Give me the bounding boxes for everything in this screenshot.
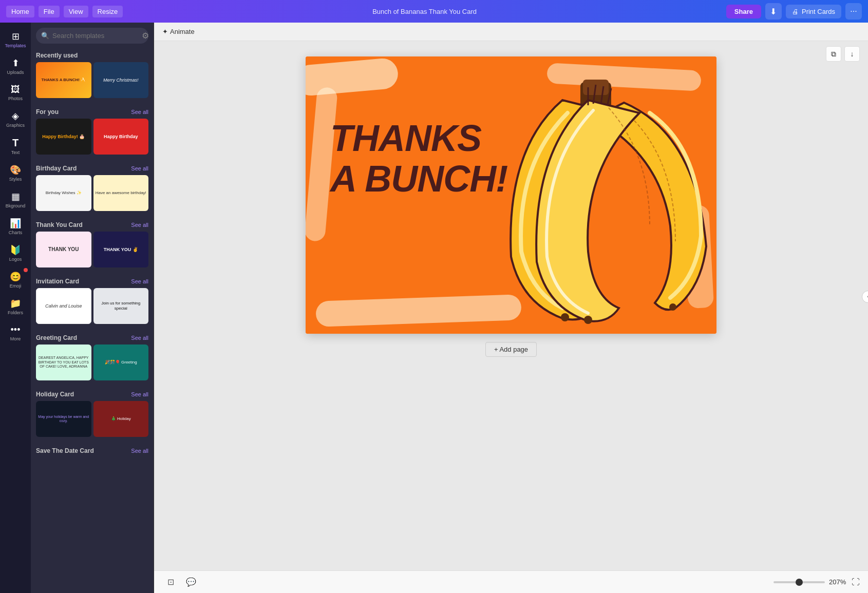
sidebar-item-label: Folders: [8, 310, 23, 315]
main-layout: ⊞ Templates ⬆ Uploads 🖼 Photos ◈ Graphic…: [0, 23, 868, 593]
filter-icon[interactable]: ⚙: [142, 31, 149, 41]
charts-icon: 📊: [10, 218, 21, 229]
sidebar-item-logos[interactable]: 🔰 Logos: [2, 240, 29, 266]
add-page-button[interactable]: + Add page: [485, 342, 537, 357]
sidebar-item-label: Styles: [9, 177, 22, 182]
styles-icon: 🎨: [10, 164, 21, 176]
template-item[interactable]: 🎄 Holiday: [93, 401, 149, 437]
background-icon: ▦: [11, 191, 20, 202]
footer-toolbar: ⊡ 💬 207% ⛶: [154, 570, 868, 593]
template-item[interactable]: THANK YOU: [36, 232, 91, 267]
template-item[interactable]: THANKS A BUNCH! 🍌: [36, 62, 91, 98]
folders-icon: 📁: [10, 298, 21, 309]
sidebar-item-templates[interactable]: ⊞ Templates: [2, 27, 29, 52]
for-you-section-header: For you See all: [31, 103, 154, 119]
view-button[interactable]: View: [64, 6, 88, 17]
sidebar-item-label: Text: [11, 150, 20, 155]
template-item[interactable]: Join us for something special: [93, 288, 149, 324]
copy-canvas-button[interactable]: ⧉: [826, 46, 841, 62]
zoom-controls: 207% ⛶: [773, 578, 860, 587]
template-item[interactable]: DEAREST ANGELICA, HAPPY BIRTHDAY TO YOU …: [36, 345, 91, 380]
nav-right-actions: Share ⬇ 🖨 Print Cards ···: [726, 3, 862, 20]
search-icon: 🔍: [41, 32, 49, 40]
invitation-card-title: Invitation Card: [36, 278, 79, 285]
sidebar-item-graphics[interactable]: ◈ Graphics: [2, 106, 29, 132]
download-canvas-button[interactable]: ↓: [844, 46, 860, 62]
greeting-card-grid: DEAREST ANGELICA, HAPPY BIRTHDAY TO YOU …: [31, 345, 154, 386]
document-title: Bunch of Bananas Thank You Card: [127, 8, 722, 15]
templates-panel: 🔍 ⚙ Recently used THANKS A BUNCH! 🍌 Merr…: [31, 23, 154, 593]
svg-point-1: [561, 313, 569, 321]
search-bar: 🔍 ⚙: [31, 23, 154, 47]
template-item[interactable]: May your holidays be warm and cozy.: [36, 401, 91, 437]
share-button[interactable]: Share: [726, 5, 761, 18]
comments-button[interactable]: 💬: [183, 574, 199, 590]
recently-used-title: Recently used: [31, 47, 154, 62]
recently-used-grid: THANKS A BUNCH! 🍌 Merry Christmas!: [31, 62, 154, 103]
template-item[interactable]: 🎉🎊🎈 Greeting: [93, 345, 149, 380]
template-item[interactable]: Calvin and Louise: [36, 288, 91, 324]
for-you-see-all[interactable]: See all: [131, 109, 148, 115]
for-you-grid: Happy Birthday! 🎂 Happy Birthday: [31, 119, 154, 160]
invitation-card-grid: Calvin and Louise Join us for something …: [31, 288, 154, 329]
birthday-card-see-all[interactable]: See all: [131, 165, 148, 171]
sidebar-item-uploads[interactable]: ⬆ Uploads: [2, 53, 29, 79]
sidebar-item-label: Graphics: [6, 123, 25, 128]
resize-button[interactable]: Resize: [92, 6, 123, 17]
top-navigation: Home File View Resize Bunch of Bananas T…: [0, 0, 868, 23]
templates-icon: ⊞: [12, 31, 20, 42]
search-input[interactable]: [52, 32, 139, 40]
template-item[interactable]: Merry Christmas!: [93, 62, 149, 98]
print-button[interactable]: 🖨 Print Cards: [786, 5, 841, 18]
fullscreen-button[interactable]: ⛶: [852, 578, 860, 587]
animate-button[interactable]: ✦ Animate: [162, 28, 195, 35]
sidebar-item-text[interactable]: T Text: [2, 133, 29, 159]
card-inner: THANKS A BUNCH!: [306, 56, 716, 334]
sidebar-item-styles[interactable]: 🎨 Styles: [2, 160, 29, 186]
emoji-icon: 😊: [10, 271, 21, 282]
footer-left-actions: ⊡ 💬: [162, 574, 199, 590]
home-button[interactable]: Home: [6, 6, 34, 17]
icon-sidebar: ⊞ Templates ⬆ Uploads 🖼 Photos ◈ Graphic…: [0, 23, 31, 593]
sidebar-item-label: Logos: [9, 257, 22, 262]
sidebar-item-charts[interactable]: 📊 Charts: [2, 214, 29, 239]
greeting-card-section-header: Greeting Card See all: [31, 329, 154, 345]
canvas-page[interactable]: THANKS A BUNCH!: [306, 56, 716, 334]
print-icon: 🖨: [792, 8, 799, 15]
holiday-card-section-header: Holiday Card See all: [31, 386, 154, 401]
page-indicator-button[interactable]: ⊡: [162, 574, 179, 590]
greeting-card-see-all[interactable]: See all: [131, 335, 148, 341]
file-button[interactable]: File: [39, 6, 60, 17]
template-item[interactable]: Birthday Wishes ✨: [36, 175, 91, 211]
zoom-slider[interactable]: [773, 581, 825, 583]
sidebar-item-background[interactable]: ▦ Bkground: [2, 187, 29, 213]
thank-you-card-see-all[interactable]: See all: [131, 222, 148, 228]
logos-icon: 🔰: [10, 244, 21, 256]
banana-graphic: [480, 72, 716, 329]
canvas-area: ✦ Animate ⧉ ↓: [154, 23, 868, 593]
birthday-card-title: Birthday Card: [36, 165, 77, 172]
template-item[interactable]: Happy Birthday: [93, 119, 149, 155]
photos-icon: 🖼: [11, 84, 20, 95]
sidebar-item-emoji[interactable]: 😊 Emoji: [2, 267, 29, 293]
save-date-see-all[interactable]: See all: [131, 448, 148, 454]
birthday-card-section-header: Birthday Card See all: [31, 160, 154, 175]
download-button[interactable]: ⬇: [765, 3, 782, 20]
svg-point-3: [669, 303, 676, 311]
invitation-card-see-all[interactable]: See all: [131, 278, 148, 284]
more-options-button[interactable]: ···: [845, 3, 862, 20]
invitation-card-section-header: Invitation Card See all: [31, 273, 154, 288]
canvas-actions: ⧉ ↓: [826, 46, 860, 62]
sidebar-item-photos[interactable]: 🖼 Photos: [2, 80, 29, 105]
template-item[interactable]: THANK YOU ✌: [93, 232, 149, 267]
template-item[interactable]: Have an awesome birthday!: [93, 175, 149, 211]
birthday-card-grid: Birthday Wishes ✨ Have an awesome birthd…: [31, 175, 154, 216]
search-input-wrap: 🔍 ⚙: [36, 28, 148, 44]
template-item[interactable]: Happy Birthday! 🎂: [36, 119, 91, 155]
graphics-icon: ◈: [12, 110, 19, 122]
canvas-scroll[interactable]: THANKS A BUNCH!: [154, 41, 868, 570]
holiday-card-see-all[interactable]: See all: [131, 391, 148, 397]
sidebar-item-more[interactable]: ••• More: [2, 320, 29, 346]
holiday-card-grid: May your holidays be warm and cozy. 🎄 Ho…: [31, 401, 154, 442]
sidebar-item-folders[interactable]: 📁 Folders: [2, 294, 29, 319]
